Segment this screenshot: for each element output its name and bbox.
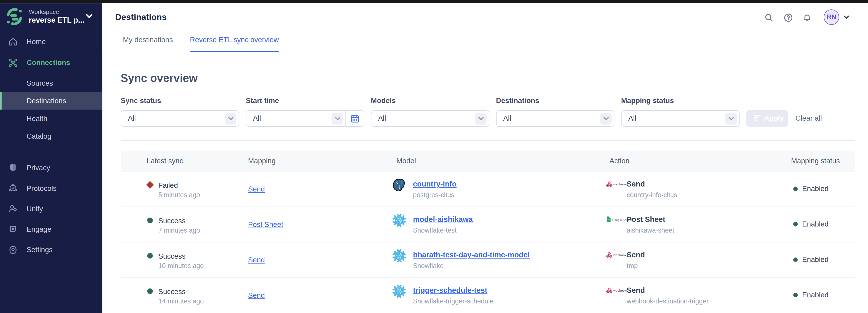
filter-label-mapping-status: Mapping status <box>621 96 674 104</box>
chevron-down-icon <box>225 113 236 124</box>
sidebar-item-health[interactable]: Health <box>0 109 102 127</box>
app-window: Workspace reverse ETL p... Home Connec <box>0 0 868 313</box>
home-icon <box>8 37 18 46</box>
sync-status-icon <box>147 288 153 294</box>
model-source-icon <box>393 284 406 298</box>
enabled-dot-icon <box>793 187 798 191</box>
sidebar-item-label: Sources <box>27 79 53 87</box>
mapping-status-text: Enabled <box>802 184 829 193</box>
tab-reverse-etl-sync-overview[interactable]: Reverse ETL sync overview <box>190 31 279 52</box>
apply-label: Apply <box>764 110 784 127</box>
sidebar-item-sources[interactable]: Sources <box>0 74 102 92</box>
model-link[interactable]: bharath-test-day-and-time-model <box>413 251 530 259</box>
destinations-select[interactable]: All <box>496 110 614 127</box>
model-source-icon <box>393 249 406 262</box>
rudderstack-logo-icon <box>5 7 24 26</box>
workspace-switcher[interactable]: Workspace reverse ETL p... <box>0 3 102 30</box>
sidebar-item-engage[interactable]: Engage <box>0 219 102 239</box>
sidebar-item-settings[interactable]: Settings <box>0 239 102 259</box>
calendar-icon[interactable] <box>345 111 364 126</box>
sync-status-text: Failed <box>158 181 178 189</box>
search-icon[interactable] <box>765 13 773 22</box>
sync-time: 7 minutes ago <box>158 226 200 234</box>
sidebar-item-privacy[interactable]: Privacy <box>0 157 102 178</box>
model-source-icon <box>393 214 406 227</box>
chevron-down-icon <box>475 113 486 124</box>
chevron-down-icon <box>332 113 343 124</box>
destination-icon <box>606 216 611 223</box>
mapping-link[interactable]: Send <box>248 291 265 300</box>
sidebar-item-connections[interactable]: Connections <box>0 52 102 73</box>
bell-icon[interactable] <box>803 13 811 22</box>
column-mapping: Mapping <box>248 151 276 171</box>
model-source-icon <box>393 178 406 191</box>
sync-status-text: Success <box>158 217 185 225</box>
sidebar-item-label: Health <box>27 114 48 123</box>
table-row: Success 10 minutes ago Send bharath-test… <box>121 243 855 278</box>
sidebar-item-destinations[interactable]: Destinations <box>0 92 102 110</box>
model-link[interactable]: model-aishikawa <box>413 215 473 224</box>
chevron-down-icon[interactable] <box>86 14 93 18</box>
mapping-status-select[interactable]: All <box>621 110 740 127</box>
action-name: Post Sheet <box>626 215 665 224</box>
chevron-down-icon <box>600 113 612 124</box>
connections-icon <box>8 58 18 67</box>
mapping-link[interactable]: Send <box>248 256 265 264</box>
tab-my-destinations[interactable]: My destinations <box>123 31 173 51</box>
start-time-select[interactable]: All <box>246 110 364 127</box>
models-select[interactable]: All <box>371 110 489 127</box>
avatar[interactable]: RN <box>824 9 839 25</box>
page-title: Destinations <box>115 3 167 31</box>
workspace-label: Workspace <box>29 8 59 15</box>
selected-indicator <box>0 92 2 110</box>
gear-icon <box>8 245 18 254</box>
sidebar-item-label: Privacy <box>27 163 50 171</box>
destination-logo-word: webhooks <box>613 253 628 256</box>
filter-label-start-time: Start time <box>246 96 279 104</box>
model-source-name: postgres-citus <box>413 191 454 199</box>
filter-label-models: Models <box>371 96 396 104</box>
action-destination-name: country-info-citus <box>626 191 677 199</box>
window-top-strip <box>0 0 868 3</box>
main-content: Destinations RN My destinations Reverse … <box>102 3 868 313</box>
sidebar-item-label: Home <box>27 37 45 45</box>
table-row: Success 7 minutes ago Post Sheet model-a… <box>121 207 855 243</box>
sidebar-item-label: Settings <box>27 245 53 253</box>
divider <box>121 140 855 140</box>
mapping-status-text: Enabled <box>802 255 829 263</box>
select-value: All <box>628 111 636 126</box>
sync-time: 10 minutes ago <box>158 262 204 270</box>
select-value: All <box>253 111 261 126</box>
column-mapping-status: Mapping status <box>791 151 840 171</box>
sync-status-icon <box>146 181 154 189</box>
sync-status-icon <box>147 253 153 258</box>
column-latest-sync: Latest sync <box>147 151 183 171</box>
sidebar-item-label: Connections <box>27 59 70 67</box>
sync-status-icon <box>147 218 153 223</box>
column-model: Model <box>396 151 416 171</box>
sidebar-item-label: Catalog <box>27 132 51 140</box>
chevron-down-icon[interactable] <box>844 15 849 19</box>
sidebar-item-home[interactable]: Home <box>0 31 102 52</box>
help-icon[interactable] <box>784 13 793 22</box>
sidebar-item-catalog[interactable]: Catalog <box>0 127 102 145</box>
clear-all-link[interactable]: Clear all <box>796 110 822 127</box>
mapping-link[interactable]: Post Sheet <box>248 220 283 229</box>
model-link[interactable]: trigger-schedule-test <box>413 286 487 294</box>
top-bar: Destinations RN <box>102 3 868 32</box>
apply-button[interactable]: Apply <box>746 110 788 127</box>
mapping-status-text: Enabled <box>802 220 829 228</box>
sync-status-select[interactable]: All <box>121 110 239 127</box>
chevron-down-icon <box>725 113 737 124</box>
engage-icon <box>8 224 18 234</box>
destination-logo-word: webhooks <box>613 289 628 292</box>
sidebar-item-protocols[interactable]: Protocols <box>0 178 102 198</box>
sidebar-item-unify[interactable]: Unify <box>0 198 102 219</box>
action-destination-name: tmp <box>626 262 638 270</box>
model-link[interactable]: country-info <box>413 180 457 188</box>
action-name: Send <box>626 180 645 188</box>
mapping-link[interactable]: Send <box>248 185 265 193</box>
sidebar: Workspace reverse ETL p... Home Connec <box>0 3 102 313</box>
sidebar-item-label: Engage <box>27 225 51 233</box>
shield-icon <box>8 163 18 172</box>
